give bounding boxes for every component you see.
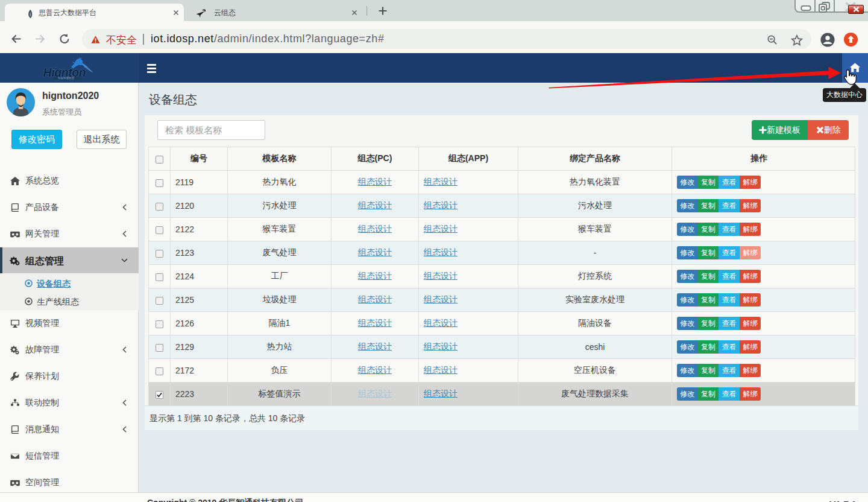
svg-text:华辰智通集团: 华辰智通集团	[58, 76, 74, 80]
